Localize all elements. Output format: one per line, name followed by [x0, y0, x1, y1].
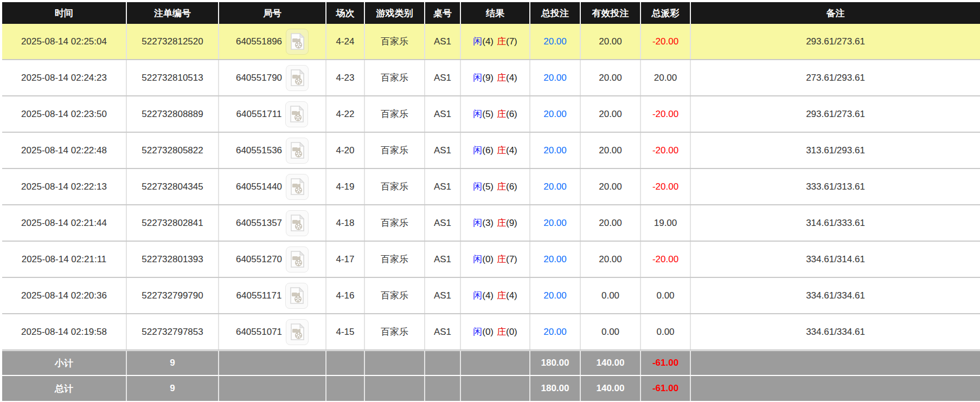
round-cell: 640551711	[218, 96, 325, 132]
total-bet-cell: 20.00	[529, 60, 580, 95]
banker-score: (4)	[506, 290, 517, 301]
bet-id-cell: 522732801393	[126, 242, 218, 277]
session-cell: 4-20	[325, 133, 364, 168]
header-remark: 备注	[690, 2, 980, 24]
round-number: 640551071	[236, 327, 282, 338]
bet-id-cell: 522732812520	[126, 24, 218, 59]
total-bet-cell: 20.00	[529, 205, 580, 241]
banker-score: (7)	[506, 254, 517, 265]
round-number: 640551357	[236, 218, 282, 229]
remark-cell: 334.61/334.61	[690, 278, 980, 313]
banker-score: (4)	[506, 145, 517, 156]
result-cell: 闲(5)庄(6)	[460, 96, 529, 132]
header-valid-bet: 有效投注	[580, 2, 640, 24]
player-score: (5)	[482, 181, 494, 192]
subtotal-valid-bet: 140.00	[580, 351, 640, 375]
round-cell: 640551171	[218, 278, 325, 313]
table-header-row: 时间 注单编号 局号 场次 游戏类别 桌号 结果 总投注 有效投注 总派彩 备注	[2, 2, 980, 24]
video-replay-button[interactable]	[285, 283, 308, 309]
video-file-icon	[290, 251, 305, 268]
table-row: 2025-08-14 02:22:48 522732805822 6405515…	[2, 133, 980, 169]
player-label: 闲	[473, 144, 482, 157]
payout-cell: -20.00	[640, 169, 690, 204]
subtotal-count: 9	[126, 351, 218, 375]
video-replay-button[interactable]	[286, 65, 309, 91]
total-empty	[325, 376, 364, 401]
remark-cell: 314.61/333.61	[690, 205, 980, 241]
session-cell: 4-19	[325, 169, 364, 204]
banker-score: (9)	[506, 218, 517, 229]
time-cell: 2025-08-14 02:23:50	[2, 96, 126, 132]
valid-bet-cell: 20.00	[580, 242, 640, 277]
total-bet-cell: 20.00	[529, 278, 580, 313]
payout-cell: 0.00	[640, 314, 690, 349]
table-row: 2025-08-14 02:21:11 522732801393 6405512…	[2, 242, 980, 278]
game-type-cell: 百家乐	[364, 133, 424, 168]
game-type-cell: 百家乐	[364, 96, 424, 132]
video-replay-button[interactable]	[286, 210, 309, 236]
player-label: 闲	[473, 35, 482, 48]
result-cell: 闲(0)庄(0)	[460, 314, 529, 349]
session-cell: 4-16	[325, 278, 364, 313]
banker-label: 庄	[497, 108, 506, 120]
round-cell: 640551440	[218, 169, 325, 204]
game-type-cell: 百家乐	[364, 242, 424, 277]
banker-score: (0)	[506, 327, 517, 338]
bet-id-cell: 522732804345	[126, 169, 218, 204]
payout-cell: -20.00	[640, 133, 690, 168]
header-game-type: 游戏类别	[364, 2, 424, 24]
banker-label: 庄	[497, 72, 506, 84]
remark-cell: 273.61/293.61	[690, 60, 980, 95]
total-bet-cell: 20.00	[529, 242, 580, 277]
banker-score: (4)	[506, 73, 517, 83]
result-cell: 闲(4)庄(4)	[460, 278, 529, 313]
total-count: 9	[126, 376, 218, 401]
header-bet-id: 注单编号	[126, 2, 218, 24]
video-replay-button[interactable]	[286, 29, 309, 55]
player-score: (4)	[482, 36, 494, 47]
result-cell: 闲(3)庄(9)	[460, 205, 529, 241]
total-bet-cell: 20.00	[529, 24, 580, 59]
header-payout: 总派彩	[640, 2, 690, 24]
table-no-cell: AS1	[424, 205, 460, 241]
game-type-cell: 百家乐	[364, 24, 424, 59]
video-replay-button[interactable]	[285, 101, 308, 127]
total-bet-cell: 20.00	[529, 96, 580, 132]
subtotal-empty	[364, 351, 424, 375]
banker-score: (6)	[506, 109, 517, 120]
video-replay-button[interactable]	[286, 319, 309, 345]
table-no-cell: AS1	[424, 96, 460, 132]
round-number: 640551790	[236, 73, 282, 83]
video-file-icon	[290, 106, 304, 122]
video-replay-button[interactable]	[286, 138, 309, 164]
video-replay-button[interactable]	[286, 174, 309, 200]
total-empty	[218, 376, 325, 401]
table-row: 2025-08-14 02:23:50 522732808889 6405517…	[2, 96, 980, 133]
total-row: 总计 9 180.00 140.00 -61.00	[2, 376, 980, 402]
round-cell: 640551071	[218, 314, 325, 349]
table-no-cell: AS1	[424, 242, 460, 277]
video-file-icon	[290, 33, 305, 50]
video-file-icon	[290, 142, 305, 159]
result-cell: 闲(9)庄(4)	[460, 60, 529, 95]
bet-id-cell: 522732802841	[126, 205, 218, 241]
player-label: 闲	[473, 289, 482, 302]
valid-bet-cell: 0.00	[580, 278, 640, 313]
payout-cell: -20.00	[640, 242, 690, 277]
header-table-no: 桌号	[424, 2, 460, 24]
player-score: (0)	[482, 327, 494, 338]
game-type-cell: 百家乐	[364, 205, 424, 241]
valid-bet-cell: 20.00	[580, 60, 640, 95]
remark-cell: 334.61/314.61	[690, 242, 980, 277]
round-number: 640551536	[236, 145, 282, 156]
subtotal-empty	[218, 351, 325, 375]
banker-label: 庄	[497, 144, 506, 157]
header-time: 时间	[2, 2, 126, 24]
total-bet-cell: 20.00	[529, 314, 580, 349]
bet-id-cell: 522732799790	[126, 278, 218, 313]
video-file-icon	[290, 69, 305, 86]
valid-bet-cell: 20.00	[580, 133, 640, 168]
table-no-cell: AS1	[424, 314, 460, 349]
video-replay-button[interactable]	[286, 247, 309, 273]
player-score: (6)	[482, 145, 494, 156]
